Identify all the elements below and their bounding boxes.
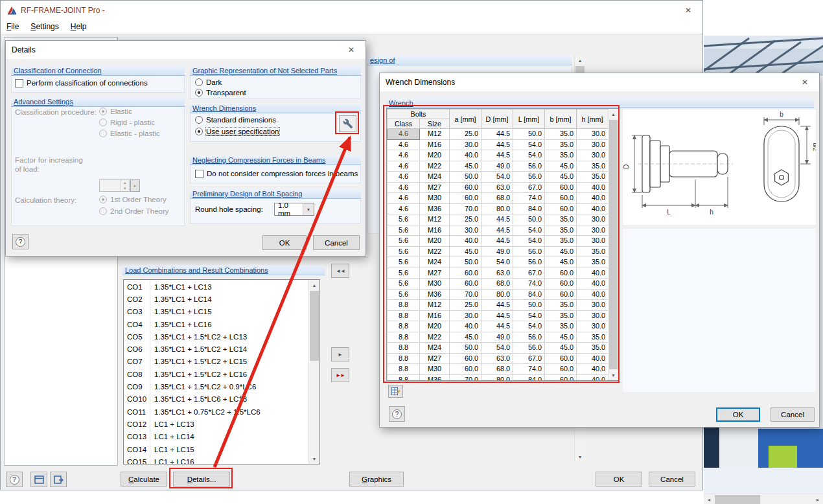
help-button[interactable]: ? (12, 234, 29, 249)
table-row[interactable]: 5.6M3060.068.074.060.040.0 (388, 279, 609, 290)
list-scrollbar[interactable]: ▲ ▼ (308, 280, 319, 464)
ok-button[interactable]: OK (716, 407, 760, 422)
scroll-down-icon[interactable]: ▼ (575, 452, 585, 462)
radio-icon[interactable] (99, 108, 107, 115)
factor-spinner[interactable]: ▲ ▼ (99, 179, 130, 192)
ok-button[interactable]: OK (596, 472, 642, 487)
table-row[interactable]: 8.8M2450.054.056.045.035.0 (388, 343, 609, 354)
scroll-left-icon[interactable]: ◄ (704, 494, 714, 504)
close-icon[interactable]: ✕ (337, 41, 365, 59)
radio-icon[interactable] (195, 116, 203, 124)
radio-elastic-plastic[interactable]: Elastic - plastic (99, 129, 160, 138)
cancel-button[interactable]: Cancel (313, 235, 360, 250)
list-item[interactable]: CO91.35*LC1 + 1.5*LC2 + 0.9*LC6 (124, 380, 308, 393)
factor-side-arrow-button[interactable]: ► (130, 179, 140, 192)
table-row[interactable]: 8.8M3670.080.084.060.040.0 (388, 374, 609, 381)
list-item[interactable]: CO81.35*LC1 + 1.5*LC2 + LC16 (124, 368, 308, 380)
radio-icon[interactable] (195, 78, 203, 86)
close-icon[interactable]: ✕ (791, 73, 819, 91)
radio-icon[interactable] (99, 119, 107, 126)
menu-help[interactable]: Help (65, 20, 93, 33)
classification-checkbox-row[interactable]: Perform classification of connections (15, 78, 148, 87)
list-item[interactable]: CO41.35*LC1 + LC16 (124, 318, 308, 330)
load-combinations-list[interactable]: CO11.35*LC1 + LC13CO21.35*LC1 + LC14CO31… (123, 279, 320, 464)
radio-icon[interactable] (99, 196, 107, 203)
list-item[interactable]: CO12LC1 + LC13 (124, 418, 308, 430)
scrollbar-thumb[interactable] (609, 120, 618, 369)
table-row[interactable]: 5.6M2040.044.554.035.030.0 (388, 236, 609, 247)
table-row[interactable]: 8.8M1630.044.554.035.030.0 (388, 310, 609, 321)
calculate-button[interactable]: Calculate (121, 472, 167, 487)
help-button[interactable]: ? (6, 472, 23, 487)
spinner-arrows[interactable]: ▲ ▼ (121, 180, 129, 191)
menu-file[interactable]: File (1, 20, 25, 33)
table-row[interactable]: 5.6M2760.063.067.060.040.0 (388, 268, 609, 279)
table-row[interactable]: 5.6M2450.054.056.045.035.0 (388, 257, 609, 268)
ok-button[interactable]: OK (262, 235, 307, 250)
toolbar-icon-button-2[interactable] (50, 472, 67, 487)
radio-icon[interactable] (99, 130, 107, 137)
list-item[interactable]: CO111.35*LC1 + 0.75*LC2 + 1.5*LC6 (124, 406, 308, 418)
radio-2nd-order[interactable]: 2nd Order Theory (99, 207, 169, 216)
spin-up-icon[interactable]: ▲ (121, 180, 129, 186)
radio-transparent[interactable]: Transparent (195, 88, 246, 97)
double-left-arrow-button[interactable]: ◄◄ (331, 264, 349, 278)
table-scrollbar[interactable]: ▲ ▼ (608, 109, 618, 380)
scroll-down-icon[interactable]: ▼ (309, 453, 319, 464)
radio-rigid-plastic[interactable]: Rigid - plastic (99, 118, 155, 127)
close-icon[interactable]: ✕ (674, 1, 702, 19)
wrench-settings-button[interactable] (339, 115, 356, 132)
table-row[interactable]: 8.8M2040.044.554.035.030.0 (388, 321, 609, 332)
checkbox-icon[interactable] (15, 79, 23, 87)
right-arrow-button[interactable]: ► (331, 347, 349, 361)
list-item[interactable]: CO14LC1 + LC15 (124, 443, 308, 455)
radio-icon[interactable] (195, 89, 203, 97)
list-item[interactable]: CO51.35*LC1 + 1.5*LC2 + LC13 (124, 330, 308, 343)
list-item[interactable]: CO15LC1 + LC16 (124, 455, 308, 464)
list-item[interactable]: CO31.35*LC1 + LC15 (124, 306, 308, 318)
round-hole-spacing-select[interactable]: 1.0 mm ▼ (274, 203, 314, 216)
spin-down-icon[interactable]: ▼ (121, 186, 129, 192)
list-item[interactable]: CO71.35*LC1 + 1.5*LC2 + LC15 (124, 356, 308, 368)
table-row[interactable]: 4.6M2450.054.056.045.035.0 (388, 172, 609, 183)
help-button[interactable]: ? (389, 406, 405, 422)
table-row[interactable]: 8.8M3060.068.074.060.040.0 (388, 364, 609, 375)
table-row[interactable]: 5.6M3670.080.084.060.040.0 (388, 289, 609, 300)
radio-1st-order[interactable]: 1st Order Theory (99, 195, 167, 204)
spinner-value[interactable] (100, 180, 121, 191)
list-item[interactable]: CO61.35*LC1 + 1.5*LC2 + LC14 (124, 343, 308, 355)
scroll-right-icon[interactable]: ► (813, 494, 823, 504)
toolbar-icon-button-1[interactable] (30, 472, 47, 487)
list-item[interactable]: CO101.35*LC1 + 1.5*LC6 + LC13 (124, 393, 308, 406)
background-horizontal-scrollbar[interactable]: ◄ ► (704, 494, 823, 504)
cancel-button[interactable]: Cancel (649, 472, 695, 487)
table-row[interactable]: 4.6M2760.063.067.060.040.0 (388, 182, 609, 193)
table-row[interactable]: 4.6M3670.080.084.060.040.0 (388, 203, 609, 214)
neglect-checkbox-row[interactable]: Do not consider compression forces in be… (195, 169, 358, 178)
graphics-button[interactable]: Graphics (349, 472, 404, 487)
table-row[interactable]: 5.6M1225.044.550.035.030.0 (388, 214, 609, 225)
radio-standard-dimensions[interactable]: Standard dimensions (195, 115, 276, 124)
scroll-up-icon[interactable]: ▲ (309, 280, 319, 290)
table-row[interactable]: 4.6M2040.044.554.035.030.0 (388, 150, 609, 161)
table-row[interactable]: 4.6M1225.044.550.035.030.0 (388, 129, 609, 140)
table-row[interactable]: 4.6M2245.049.056.045.035.0 (388, 161, 609, 172)
checkbox-icon[interactable] (195, 170, 203, 178)
radio-user-specification[interactable]: Use user specification (195, 127, 279, 136)
cancel-button[interactable]: Cancel (771, 407, 815, 422)
radio-elastic[interactable]: Elastic (99, 107, 132, 116)
table-row[interactable]: 5.6M2245.049.056.045.035.0 (388, 246, 609, 257)
table-row[interactable]: 8.8M2245.049.056.045.035.0 (388, 332, 609, 343)
wrench-table[interactable]: Boltsa [mm]D [mm]L [mm]b [mm]h [mm]Class… (387, 109, 609, 381)
double-right-arrow-button[interactable]: ►► (331, 368, 349, 382)
table-row[interactable]: 5.6M1630.044.554.035.030.0 (388, 225, 609, 236)
list-item[interactable]: CO11.35*LC1 + LC13 (124, 281, 308, 293)
list-item[interactable]: CO21.35*LC1 + LC14 (124, 293, 308, 305)
table-row[interactable]: 4.6M3060.068.074.060.040.0 (388, 193, 609, 204)
table-row[interactable]: 8.8M1225.044.550.035.030.0 (388, 300, 609, 311)
table-options-button[interactable] (388, 385, 403, 398)
table-row[interactable]: 8.8M2760.063.067.060.040.0 (388, 353, 609, 364)
scroll-up-icon[interactable]: ▲ (609, 109, 618, 119)
scrollbar-thumb[interactable] (310, 291, 319, 361)
radio-icon[interactable] (195, 128, 203, 135)
